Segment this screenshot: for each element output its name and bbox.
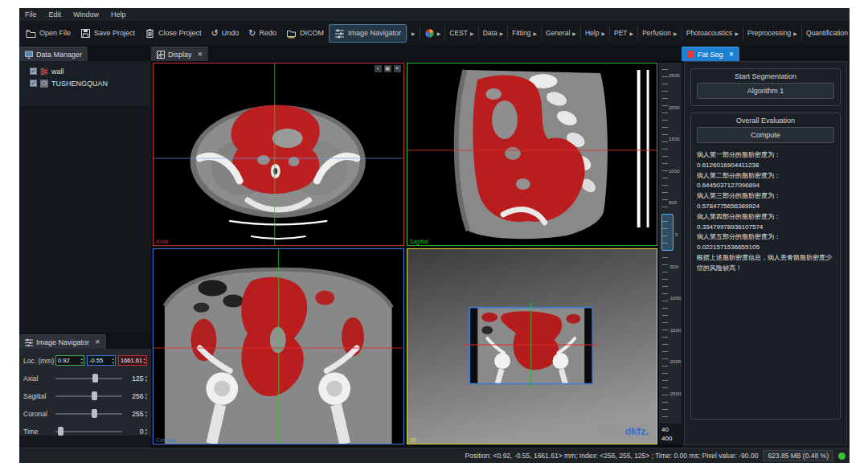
sagittal-slider[interactable] [55,391,122,401]
menu-photoacoustics[interactable]: Photoacoustics▶ [682,26,743,40]
chevron-right-icon: ▶ [437,31,441,36]
spinner-arrows[interactable]: ▴▾ [112,357,115,365]
compute-button[interactable]: Compute [697,127,834,143]
close-icon[interactable]: ✕ [95,338,100,346]
menu-pet[interactable]: PET▶ [609,26,637,40]
result-line: 病人第二部分的脂肪密度为：0.6445037127096894 [697,171,834,192]
scale-label: 1000 [669,169,679,174]
image-navigator-panel: Image Navigator ✕ Loc. (mm) 0.92 ▴▾ -0.5… [19,333,151,436]
layout-menu-icon[interactable]: ▦ [384,65,391,72]
spinner-arrows[interactable]: ▴▾ [80,357,84,365]
spinner-arrows[interactable]: ▴▾ [145,392,147,400]
open-folder-icon [26,28,36,39]
visibility-checkbox[interactable]: ✓ [30,80,37,87]
slider-handle[interactable] [92,391,97,400]
level-window-handle[interactable] [661,214,674,251]
slider-handle[interactable] [58,427,63,436]
axial-slider-value: 125 [125,375,143,383]
coronal-viewport[interactable]: Coronal [153,248,404,444]
mitk-dkfz-logo: MITK dkfz. [597,425,649,437]
menu-fitting[interactable]: Fitting▶ [507,26,541,40]
axial-slider[interactable] [55,373,122,383]
chevron-right-icon: ▶ [572,31,576,36]
open-file-label: Open File [39,29,71,37]
view-category-color-button[interactable]: ▶ [420,26,445,40]
close-project-button[interactable]: Close Project [140,25,207,42]
result-line: 病人第四部分的脂肪密度为：0.33479978936107574 [697,212,834,233]
menu-file[interactable]: File [25,10,37,18]
menu-perfusion[interactable]: Perfusion▶ [637,26,682,40]
chevron-right-icon: ▶ [500,31,504,36]
loc-z-spinbox[interactable]: 1661.61 ▴▾ [118,355,147,366]
evaluation-results: 病人第一部分的脂肪密度为：0.6126016904411238 病人第二部分的脂… [697,150,834,274]
menu-help[interactable]: Help [111,10,126,18]
loc-x-spinbox[interactable]: 0.92 ▴▾ [55,355,84,366]
display-layout-icon [157,51,165,59]
chevron-right-icon: ▶ [674,31,678,36]
loc-y-spinbox[interactable]: -0.55 ▴▾ [87,355,116,366]
result-conclusion: 根据上述脂肪密度信息，病人患骨骼脂肪密度少症的风险较高！ [697,253,834,274]
menu-quantification[interactable]: Quantification▶ [801,26,850,40]
tree-item-tushengquan[interactable]: ✓ TUSHENGQUAN [19,77,151,89]
image-navigator-button[interactable]: Image Navigator [329,24,407,43]
menubar: File Edit Window Help [19,8,850,21]
scale-label: -1000 [669,296,681,301]
slider-handle[interactable] [92,409,97,418]
threed-viewport[interactable]: MITK dkfz. 3D [407,248,658,444]
sagittal-viewport[interactable]: Sagittal [407,63,658,246]
spinner-arrows[interactable]: ▴▾ [145,375,147,383]
redo-button[interactable]: ↻ Redo [244,25,281,42]
memory-status-icon[interactable] [838,452,845,460]
redo-icon: ↻ [248,28,256,39]
open-file-button[interactable]: Open File [21,25,76,42]
fullscreen-icon[interactable]: ✕ [394,65,401,72]
level-window-slider[interactable]: 2500 2000 1500 1000 500 0 -500 -1000 -15… [659,63,682,444]
undo-label: Undo [222,29,240,37]
segmentation-node-icon [40,68,48,76]
tree-item-wall[interactable]: ✓ wall [19,65,151,77]
data-manager-tab-label: Data Manager [36,51,82,59]
menu-help[interactable]: Help▶ [580,26,609,40]
pin-icon[interactable]: ▪ [375,65,382,72]
overall-evaluation-group: Overall Evaluation Compute 病人第一部分的脂肪密度为：… [690,113,841,420]
position-status-text: Position: <0.92, -0.55, 1661.61> mm; Ind… [465,452,759,460]
slider-handle[interactable] [92,374,98,383]
scale-label: 1500 [669,137,679,141]
menu-data[interactable]: Data▶ [478,26,508,40]
menu-edit[interactable]: Edit [49,10,62,18]
menu-preprocessing[interactable]: Preprocessing▶ [743,26,801,40]
dicom-button[interactable]: DICOM [281,25,329,42]
scale-label: 500 [669,200,677,205]
scale-label: -1500 [669,328,681,333]
data-manager-icon [25,51,33,59]
menu-window[interactable]: Window [73,10,99,18]
dicom-icon [286,28,297,39]
tab-image-navigator[interactable]: Image Navigator ✕ [19,334,106,349]
coronal-slider-value: 255 [125,410,143,418]
start-segmentation-group: Start Segmentation Algorithm 1 [690,68,841,106]
loc-label: Loc. (mm) [23,357,55,365]
sagittal-slider-label: Sagittal [23,392,55,400]
axial-viewport[interactable]: ▪ ▦ ✕ Axial [153,63,404,246]
time-slider[interactable] [55,426,122,436]
spinner-arrows[interactable]: ▴▾ [145,428,147,436]
undo-button[interactable]: ↺ Undo [207,25,244,42]
coronal-view-label: Coronal [156,437,176,443]
coronal-slider[interactable] [55,408,122,419]
toolbar-extension-button[interactable]: ▶ [407,26,420,40]
close-icon[interactable]: ✕ [198,51,203,58]
tab-data-manager[interactable]: Data Manager [19,47,88,61]
scale-label: -500 [669,264,678,269]
visibility-checkbox[interactable]: ✓ [30,68,37,75]
tab-fat-seg[interactable]: Fat Seg ✕ [682,47,739,61]
spinner-arrows[interactable]: ▴▾ [145,410,147,418]
algorithm-1-button[interactable]: Algorithm 1 [697,83,834,99]
close-icon[interactable]: ✕ [729,51,735,58]
tab-display[interactable]: Display ✕ [151,47,208,61]
menu-general[interactable]: General▶ [541,26,580,40]
data-manager-tabbar: Data Manager [19,45,151,61]
menu-cest[interactable]: CEST▶ [444,26,477,40]
save-project-button[interactable]: Save Project [76,25,140,42]
time-slider-row: Time 0 ▴▾ [23,424,147,438]
spinner-arrows[interactable]: ▴▾ [143,357,146,365]
